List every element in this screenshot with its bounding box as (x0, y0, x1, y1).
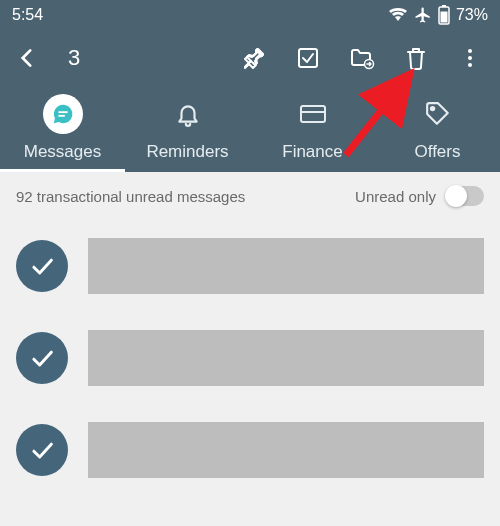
tab-messages[interactable]: Messages (0, 92, 125, 172)
status-bar: 5:54 73% (0, 0, 500, 30)
airplane-icon (414, 6, 432, 24)
unread-only-toggle[interactable] (446, 186, 484, 206)
folder-move-icon (349, 46, 375, 70)
back-button[interactable] (6, 37, 48, 79)
svg-rect-10 (58, 115, 64, 117)
list-item[interactable] (16, 220, 484, 312)
list-item[interactable] (16, 404, 484, 496)
check-icon (28, 344, 56, 372)
svg-rect-4 (299, 49, 317, 67)
message-list (0, 220, 500, 496)
tab-label: Reminders (146, 142, 228, 162)
tab-label: Finance (282, 142, 342, 162)
svg-rect-9 (58, 111, 67, 113)
status-time: 5:54 (12, 6, 43, 24)
pin-button[interactable] (230, 34, 278, 82)
unread-summary: 92 transactional unread messages (16, 188, 245, 205)
tab-offers[interactable]: Offers (375, 92, 500, 172)
checkbox-icon (296, 46, 320, 70)
delete-button[interactable] (392, 34, 440, 82)
list-item[interactable] (16, 312, 484, 404)
svg-line-3 (245, 62, 250, 67)
check-icon (28, 252, 56, 280)
selection-count: 3 (68, 45, 80, 71)
selection-toolbar: 3 (0, 30, 500, 86)
message-preview (88, 422, 484, 478)
svg-point-13 (430, 107, 433, 110)
tab-label: Offers (415, 142, 461, 162)
battery-text: 73% (456, 6, 488, 24)
selection-checkmark[interactable] (16, 332, 68, 384)
status-right: 73% (388, 5, 488, 25)
filter-bar: 92 transactional unread messages Unread … (0, 172, 500, 220)
move-folder-button[interactable] (338, 34, 386, 82)
selection-checkmark[interactable] (16, 424, 68, 476)
overflow-menu-button[interactable] (446, 34, 494, 82)
more-vert-icon (458, 46, 482, 70)
svg-rect-2 (440, 12, 447, 23)
check-icon (28, 436, 56, 464)
svg-rect-1 (442, 5, 446, 7)
svg-point-6 (468, 49, 472, 53)
selection-checkmark[interactable] (16, 240, 68, 292)
message-preview (88, 330, 484, 386)
bell-icon (175, 101, 201, 127)
tab-finance[interactable]: Finance (250, 92, 375, 172)
wifi-icon (388, 7, 408, 23)
pin-icon (242, 46, 266, 70)
tab-label: Messages (24, 142, 101, 162)
svg-point-8 (468, 63, 472, 67)
toggle-label: Unread only (355, 188, 436, 205)
tag-icon (425, 101, 451, 127)
trash-icon (404, 45, 428, 71)
card-icon (299, 103, 327, 125)
tab-reminders[interactable]: Reminders (125, 92, 250, 172)
messages-icon (52, 103, 74, 125)
battery-icon (438, 5, 450, 25)
message-preview (88, 238, 484, 294)
svg-rect-11 (301, 106, 325, 122)
category-tabs: Messages Reminders Finance Offers (0, 86, 500, 172)
select-all-button[interactable] (284, 34, 332, 82)
svg-point-7 (468, 56, 472, 60)
